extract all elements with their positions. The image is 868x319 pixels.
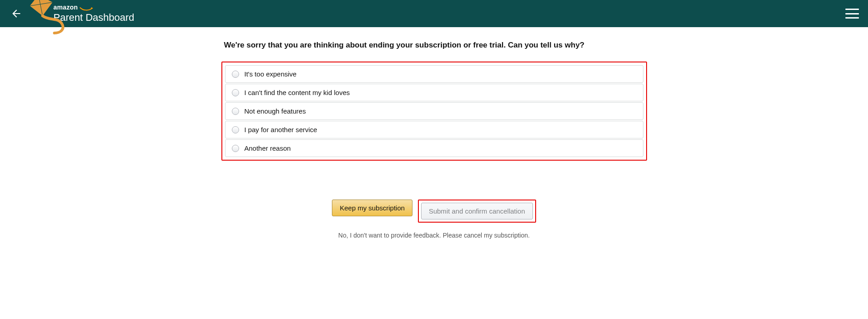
svg-line-1 (38, 0, 43, 16)
amazon-smile-icon (80, 7, 93, 11)
app-header: amazon Parent Dashboard (0, 0, 868, 27)
reason-option-other[interactable]: Another reason (225, 139, 643, 157)
svg-marker-0 (30, 0, 53, 16)
main-content: We're sorry that you are thinking about … (217, 27, 652, 239)
radio-icon (232, 108, 239, 115)
submit-cancel-button[interactable]: Submit and confirm cancellation (421, 203, 533, 219)
reason-label: Not enough features (245, 107, 306, 115)
radio-icon (232, 89, 239, 96)
brand-text: amazon Parent Dashboard (53, 4, 134, 23)
brand-logo[interactable]: amazon Parent Dashboard (28, 4, 134, 23)
skip-feedback-link[interactable]: No, I don't want to provide feedback. Pl… (221, 232, 647, 239)
radio-icon (232, 71, 239, 78)
hamburger-icon (845, 9, 859, 10)
submit-highlight-box: Submit and confirm cancellation (418, 200, 536, 223)
reason-option-another-service[interactable]: I pay for another service (225, 121, 643, 138)
radio-icon (232, 145, 239, 152)
brand-title: Parent Dashboard (53, 12, 134, 23)
reason-label: I pay for another service (245, 126, 317, 133)
arrow-left-icon (10, 8, 22, 19)
brand-small: amazon (53, 4, 78, 11)
reason-option-content[interactable]: I can't find the content my kid loves (225, 84, 643, 101)
action-buttons: Keep my subscription Submit and confirm … (221, 200, 647, 223)
svg-line-2 (30, 2, 53, 6)
menu-button[interactable] (845, 9, 859, 19)
keep-subscription-button[interactable]: Keep my subscription (332, 200, 412, 216)
reason-options-group: It's too expensive I can't find the cont… (221, 62, 647, 161)
cancellation-prompt: We're sorry that you are thinking about … (224, 41, 647, 50)
reason-label: It's too expensive (245, 70, 297, 78)
radio-icon (232, 126, 239, 133)
back-button[interactable] (9, 6, 24, 21)
reason-option-too-expensive[interactable]: It's too expensive (225, 65, 643, 83)
reason-label: Another reason (245, 144, 291, 152)
reason-label: I can't find the content my kid loves (245, 89, 350, 96)
reason-option-features[interactable]: Not enough features (225, 102, 643, 120)
